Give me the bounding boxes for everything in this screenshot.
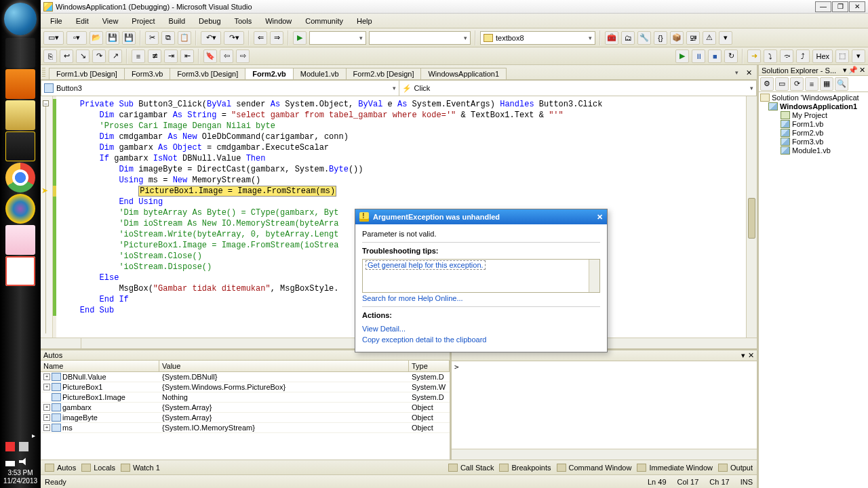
menu-tools[interactable]: Tools xyxy=(228,16,259,26)
properties-button[interactable]: 🔧 xyxy=(637,31,651,45)
exception-close-button[interactable]: ✕ xyxy=(597,213,603,222)
find-select[interactable]: textbox8▾ xyxy=(480,31,595,45)
continue-button[interactable]: ▶ xyxy=(675,49,689,63)
view-designer-button[interactable]: ▦ xyxy=(820,77,833,91)
object-browser-button[interactable]: {} xyxy=(654,31,667,45)
indent-button[interactable]: ⇥ xyxy=(164,49,178,63)
event-dropdown[interactable]: ⚡Click▾ xyxy=(399,81,757,96)
add-item-button[interactable]: ▫▾ xyxy=(66,31,87,45)
autos-row[interactable]: +gambarx{System.Array}Object xyxy=(41,403,450,413)
hex-toggle[interactable]: Hex xyxy=(812,49,833,63)
show-all-button[interactable]: ▭ xyxy=(775,77,789,91)
tab-form2[interactable]: Form2.vb xyxy=(245,68,294,79)
pane-close-button[interactable]: ✕ xyxy=(859,66,865,75)
menu-debug[interactable]: Debug xyxy=(192,16,227,26)
solution-config-select[interactable]: ▾ xyxy=(309,31,366,45)
save-all-button[interactable]: 💾 xyxy=(122,31,136,45)
close-tab-button[interactable]: ✕ xyxy=(743,67,754,78)
toolbar-options-button[interactable]: ▾ xyxy=(719,31,732,45)
nav-back-button[interactable]: ⇐ xyxy=(254,31,267,45)
cmd-hscrollbar[interactable] xyxy=(452,449,757,460)
autos-row[interactable]: +DBNull.Value{System.DBNull}System.D xyxy=(41,372,450,382)
paint-shop-icon[interactable] xyxy=(5,194,35,224)
tab-form2-design[interactable]: Form2.vb [Design] xyxy=(346,68,422,79)
autos-row[interactable]: +ms{System.IO.MemoryStream}Object xyxy=(41,423,450,433)
exception-help-link[interactable]: Get general help for this exception. xyxy=(366,260,486,270)
tab-form1-design[interactable]: Form1.vb [Design] xyxy=(49,68,125,79)
open-button[interactable]: 📂 xyxy=(90,31,103,45)
step-over2-button[interactable]: ⤼ xyxy=(780,49,793,63)
menu-community[interactable]: Community xyxy=(298,16,350,26)
autos-row[interactable]: PictureBox1.ImageNothingSystem.D xyxy=(41,392,450,403)
server-button[interactable]: 🖳 xyxy=(686,31,700,45)
comment-button[interactable]: ≡ xyxy=(132,49,145,63)
outdent-button[interactable]: ⇤ xyxy=(180,49,194,63)
step-out-button[interactable]: ↗ xyxy=(108,49,122,63)
paste-button[interactable]: 📋 xyxy=(178,31,191,45)
autos-row[interactable]: +imageByte{System.Array}Object xyxy=(41,413,450,423)
solution-platform-select[interactable]: ▾ xyxy=(369,31,471,45)
view-detail-link[interactable]: View Detail... xyxy=(362,323,600,334)
menu-edit[interactable]: Edit xyxy=(69,16,96,26)
winamp-icon[interactable] xyxy=(5,131,35,161)
copy-button[interactable]: ⧉ xyxy=(161,31,175,45)
cut-button[interactable]: ✂ xyxy=(145,31,159,45)
step-over-button[interactable]: ↷ xyxy=(92,49,106,63)
start-button[interactable] xyxy=(4,3,37,35)
class-view-button[interactable]: 📦 xyxy=(670,31,684,45)
view-class-button[interactable]: 🔍 xyxy=(835,77,848,91)
tray-signal-icon[interactable] xyxy=(5,457,15,466)
bottom-tab-output[interactable]: Output xyxy=(730,464,753,472)
pane-close-button[interactable]: ✕ xyxy=(748,351,754,360)
bottom-tab-breakpoints[interactable]: Breakpoints xyxy=(511,464,551,472)
tab-module1[interactable]: Module1.vb xyxy=(293,68,347,79)
uncomment-button[interactable]: ≢ xyxy=(148,49,161,63)
tab-app[interactable]: WindowsApplication1 xyxy=(420,68,507,79)
command-window[interactable]: > xyxy=(452,361,757,449)
explorer-icon[interactable] xyxy=(5,100,35,130)
editor-gutter[interactable]: – ➤ xyxy=(41,96,53,338)
bottom-tab-immediate[interactable]: Immediate Window xyxy=(649,464,713,472)
pane-pin-button[interactable]: 📌 xyxy=(848,66,858,75)
minimize-button[interactable]: — xyxy=(815,1,831,12)
breakpoints-window-button[interactable]: ⬚ xyxy=(835,49,849,63)
bottom-tab-command[interactable]: Command Window xyxy=(569,464,632,472)
save-button[interactable]: 💾 xyxy=(106,31,119,45)
stop-button[interactable]: ■ xyxy=(708,49,722,63)
menu-view[interactable]: View xyxy=(96,16,125,26)
active-files-button[interactable]: ▾ xyxy=(731,67,742,78)
error-list-button[interactable]: ⚠ xyxy=(703,31,716,45)
close-button[interactable]: ✕ xyxy=(849,1,865,12)
restart-button[interactable]: ↻ xyxy=(724,49,738,63)
editor-vscrollbar[interactable] xyxy=(746,96,757,338)
tips-scrollbar[interactable] xyxy=(589,260,599,292)
toolbox-button[interactable]: 🧰 xyxy=(605,31,618,45)
bottom-tab-watch[interactable]: Watch 1 xyxy=(133,464,160,472)
debug-options-button[interactable]: ▾ xyxy=(852,49,865,63)
programs-icon[interactable] xyxy=(5,256,35,286)
start-debug-button[interactable]: ▶ xyxy=(293,31,307,45)
view-code-button[interactable]: ≡ xyxy=(805,77,818,91)
undo-button[interactable]: ↶▾ xyxy=(201,31,221,45)
pane-position-button[interactable]: ▾ xyxy=(843,66,847,75)
paint-icon[interactable] xyxy=(5,225,35,255)
menu-window[interactable]: Window xyxy=(258,16,298,26)
show-next-button[interactable]: ⎘ xyxy=(43,49,57,63)
redo-button[interactable]: ↷▾ xyxy=(224,31,244,45)
bottom-tab-autos[interactable]: Autos xyxy=(57,464,76,472)
menu-build[interactable]: Build xyxy=(162,16,192,26)
step-out2-button[interactable]: ⤴ xyxy=(796,49,810,63)
solution-tree[interactable]: Solution 'WindowsApplicat WindowsApplica… xyxy=(759,92,868,488)
menu-file[interactable]: File xyxy=(43,16,69,26)
step-into2-button[interactable]: ⤵ xyxy=(764,49,777,63)
tray-antivirus-icon[interactable] xyxy=(5,442,15,451)
copy-exception-link[interactable]: Copy exception detail to the clipboard xyxy=(362,334,600,345)
new-project-button[interactable]: ▭▾ xyxy=(43,31,64,45)
tray-volume-icon[interactable] xyxy=(19,457,28,466)
bottom-tab-callstack[interactable]: Call Stack xyxy=(460,464,494,472)
maximize-button[interactable]: ❐ xyxy=(832,1,848,12)
bookmark-button[interactable]: 🔖 xyxy=(203,49,217,63)
menu-project[interactable]: Project xyxy=(125,16,161,26)
next-bookmark-button[interactable]: ⇨ xyxy=(236,49,250,63)
firefox-icon[interactable] xyxy=(5,69,35,99)
